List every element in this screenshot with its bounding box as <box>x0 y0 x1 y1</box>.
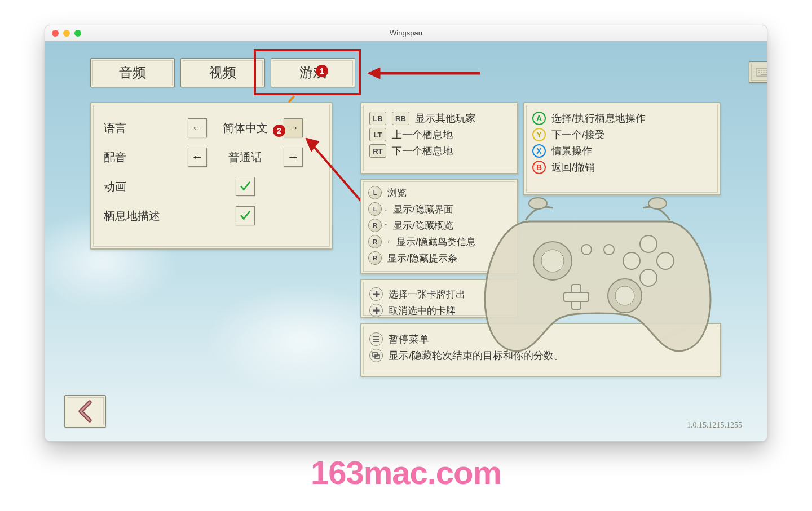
svg-point-24 <box>640 235 657 252</box>
keyboard-icon <box>754 65 767 79</box>
row-language: 语言 ← 简体中文 → <box>104 113 319 143</box>
controls-bumpers-panel: LB RB 显示其他玩家 LT 上一个栖息地 RT 下一个栖息地 <box>360 102 518 174</box>
menu-icon <box>369 332 383 346</box>
row-animation: 动画 <box>104 172 319 201</box>
language-spinner: ← 简体中文 → <box>171 118 319 137</box>
language-prev-button[interactable]: ← <box>188 118 207 137</box>
svg-point-5 <box>767 71 767 73</box>
dpad-icon: ✚ <box>369 304 383 317</box>
svg-line-11 <box>311 144 365 206</box>
tab-video[interactable]: 视频 <box>180 58 265 87</box>
b-button-icon: B <box>532 161 546 174</box>
habitat-label: 栖息地描述 <box>104 208 171 224</box>
svg-point-27 <box>623 252 640 269</box>
dpad-icon: ✚ <box>369 287 383 301</box>
titlebar: Wingspan <box>45 25 767 41</box>
r-stick-press-icon: R <box>368 251 382 265</box>
language-next-button[interactable]: → <box>284 118 303 137</box>
annotation-arrow-left-icon <box>368 65 480 82</box>
b-text: 返回/撤销 <box>551 161 595 174</box>
r-stick-side-icon: R <box>368 235 382 248</box>
animation-label: 动画 <box>104 179 171 194</box>
check-icon <box>239 180 251 193</box>
game-settings-panel: 语言 ← 简体中文 → 配音 ← 普通话 → 动画 <box>90 102 333 250</box>
tab-audio[interactable]: 音频 <box>90 58 175 87</box>
svg-point-30 <box>529 198 547 209</box>
y-button-icon: Y <box>532 128 546 141</box>
back-button[interactable] <box>64 395 106 428</box>
tab-game[interactable]: 游戏 <box>271 58 355 87</box>
mode-keyboard-button[interactable] <box>749 61 767 83</box>
lt-key-icon: LT <box>369 128 386 141</box>
chevron-left-icon <box>77 400 93 423</box>
svg-point-29 <box>604 245 614 255</box>
ctl-rt: RT 下一个栖息地 <box>369 144 509 158</box>
lt-text: 上一个栖息地 <box>392 128 453 141</box>
a-text: 选择/执行栖息地操作 <box>551 112 646 125</box>
annotation-badge-1: 1 <box>316 65 328 77</box>
habitat-checkbox[interactable] <box>236 206 255 225</box>
svg-point-25 <box>657 252 674 269</box>
language-label: 语言 <box>104 121 171 136</box>
controller-illustration <box>479 188 716 368</box>
svg-rect-23 <box>564 292 589 301</box>
rt-key-icon: RT <box>369 144 386 158</box>
rt-text: 下一个栖息地 <box>392 144 453 158</box>
svg-point-31 <box>648 198 667 209</box>
svg-point-26 <box>640 269 657 286</box>
check-icon <box>239 210 251 222</box>
ctl-lt: LT 上一个栖息地 <box>369 128 509 141</box>
version-label: 1.0.15.1215.1255 <box>687 421 742 430</box>
game-viewport: 音频 视频 游戏 1 语言 <box>45 41 767 441</box>
svg-point-21 <box>615 286 634 305</box>
voice-label: 配音 <box>104 150 171 165</box>
voice-next-button[interactable]: → <box>284 148 303 167</box>
svg-point-28 <box>581 245 592 255</box>
app-window: Wingspan 音频 视频 游戏 1 <box>45 25 767 442</box>
watermark-text: 163mac.com <box>0 454 812 491</box>
r-stick-up-icon: R <box>368 219 382 232</box>
controls-face-buttons-panel: A选择/执行栖息地操作 Y下一个/接受 X情景操作 B返回/撤销 <box>523 102 721 195</box>
l-stick-icon: L <box>368 186 382 199</box>
row-voice: 配音 ← 普通话 → <box>104 143 319 172</box>
a-button-icon: A <box>532 112 546 125</box>
x-button-icon: X <box>532 144 546 158</box>
ctl-lbrb: LB RB 显示其他玩家 <box>369 112 509 125</box>
annotation-badge-2: 2 <box>273 125 285 137</box>
svg-point-19 <box>541 250 564 272</box>
voice-prev-button[interactable]: ← <box>188 148 207 167</box>
rb-key-icon: RB <box>392 112 409 125</box>
row-habitat: 栖息地描述 <box>104 201 319 230</box>
lbrb-text: 显示其他玩家 <box>415 112 476 125</box>
voice-spinner: ← 普通话 → <box>171 148 319 167</box>
voice-value: 普通话 <box>211 150 279 165</box>
window-title: Wingspan <box>45 29 767 37</box>
svg-marker-1 <box>368 68 380 79</box>
view-icon <box>369 349 383 362</box>
x-text: 情景操作 <box>551 144 592 158</box>
y-text: 下一个/接受 <box>551 128 605 141</box>
lb-key-icon: LB <box>369 112 386 125</box>
animation-checkbox[interactable] <box>236 177 255 196</box>
language-value: 简体中文 <box>211 121 279 136</box>
l-stick-press-icon: L <box>368 202 382 216</box>
